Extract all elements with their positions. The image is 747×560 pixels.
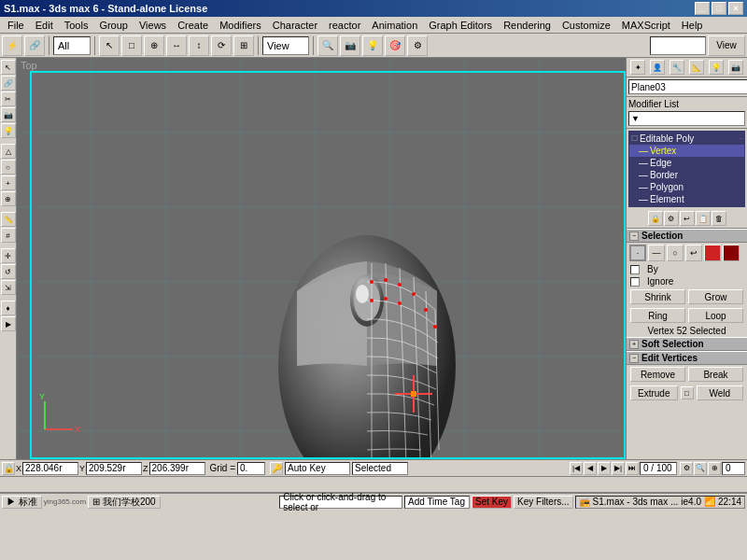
rp-icon-3[interactable]: 🔧	[669, 60, 684, 75]
timeline-ruler[interactable]: 0 10 20 30 40 50 60 70 80 90 100	[0, 476, 747, 493]
cb-by[interactable]	[630, 265, 640, 274]
remove-btn[interactable]: Remove	[630, 367, 685, 382]
toolbar-btn-6[interactable]: ⟳	[211, 35, 232, 56]
z-coord-field[interactable]: 206.399r	[149, 462, 205, 475]
menu-tools[interactable]: Tools	[59, 18, 94, 33]
menu-file[interactable]: File	[2, 18, 30, 33]
minimize-button[interactable]: _	[695, 2, 710, 15]
play-btn[interactable]: ▶	[598, 462, 611, 475]
menu-edit[interactable]: Edit	[30, 18, 59, 33]
menu-modifiers[interactable]: Modifiers	[214, 18, 267, 33]
title-bar-buttons[interactable]: _ □ ×	[695, 2, 743, 15]
menu-character[interactable]: Character	[267, 18, 323, 33]
rp-icon-1[interactable]: ✦	[630, 60, 645, 75]
menu-help[interactable]: Help	[676, 18, 709, 33]
menu-create[interactable]: Create	[172, 18, 214, 33]
start-button[interactable]: ▶ 标准	[2, 496, 42, 509]
weld-btn[interactable]: Weld	[697, 385, 744, 400]
toolbar-btn-8[interactable]: 🔍	[317, 35, 338, 56]
prev-frame-btn[interactable]: |◀	[570, 462, 583, 475]
menu-rendering[interactable]: Rendering	[498, 18, 557, 33]
toolbar-view-btn[interactable]: View	[708, 35, 745, 56]
break-btn[interactable]: Break	[688, 367, 743, 382]
shrink-btn[interactable]: Shrink	[630, 289, 685, 304]
toolbar-btn-7[interactable]: ⊞	[233, 35, 254, 56]
left-btn-unlink[interactable]: ✂	[1, 91, 16, 106]
rt-icon-lock[interactable]: 🔒	[648, 211, 663, 226]
modifier-list-dropdown[interactable]: ▼	[628, 111, 745, 126]
rt-icon-trash[interactable]: 🗑	[712, 211, 726, 226]
extrude-settings-btn[interactable]: □	[681, 386, 694, 399]
rp-icon-2[interactable]: 👤	[650, 60, 665, 75]
toolbar-icon-2[interactable]: 🔗	[24, 35, 45, 56]
left-btn-grid[interactable]: #	[1, 228, 16, 243]
left-btn-space[interactable]: ⊕	[1, 191, 16, 206]
menu-group[interactable]: Group	[93, 18, 134, 33]
play-back-btn[interactable]: ◀	[584, 462, 597, 475]
next-frame-btn[interactable]: ▶|	[612, 462, 625, 475]
left-btn-scale[interactable]: ⇲	[1, 280, 16, 295]
grow-btn[interactable]: Grow	[688, 289, 743, 304]
frame-number[interactable]: 0	[722, 462, 745, 475]
toolbar-btn-10[interactable]: 💡	[362, 35, 383, 56]
set-key-btn[interactable]: Set Key	[472, 496, 512, 509]
add-time-tag[interactable]: Add Time Tag	[404, 496, 470, 509]
modifier-polygon[interactable]: —Polygon	[629, 181, 744, 193]
cb-ignore[interactable]	[630, 277, 640, 287]
toolbar-btn-4[interactable]: ↔	[166, 35, 187, 56]
end-frame-btn[interactable]: ⏭	[626, 462, 639, 475]
select-arrow-btn[interactable]: ↖	[99, 35, 120, 56]
rt-icon-bolt[interactable]: ↩	[680, 211, 695, 226]
sel-icon-border[interactable]: ○	[667, 245, 684, 261]
left-btn-move[interactable]: ✛	[1, 248, 16, 263]
menu-animation[interactable]: Animation	[366, 18, 423, 33]
rt-icon-copy[interactable]: 📋	[696, 211, 711, 226]
selected-field[interactable]: Selected	[352, 462, 408, 475]
frame-counter[interactable]: 0 / 100	[640, 462, 677, 475]
left-btn-tape[interactable]: 📏	[1, 212, 16, 227]
loop-btn[interactable]: Loop	[688, 308, 743, 323]
left-btn-shape[interactable]: ○	[1, 160, 16, 175]
left-btn-material[interactable]: ♦	[1, 301, 16, 315]
menu-customize[interactable]: Customize	[557, 18, 616, 33]
menu-graph-editors[interactable]: Graph Editors	[423, 18, 498, 33]
menu-views[interactable]: Views	[134, 18, 172, 33]
sel-icon-edge[interactable]: —	[648, 245, 665, 261]
rp-icon-4[interactable]: 📐	[689, 60, 704, 75]
modifier-vertex[interactable]: —Vertex	[629, 145, 744, 157]
modifier-border[interactable]: —Border	[629, 169, 744, 181]
sel-icon-red1[interactable]	[704, 245, 721, 261]
menu-reactor[interactable]: reactor	[323, 18, 366, 33]
left-btn-helpers[interactable]: +	[1, 175, 16, 190]
rp-icon-6[interactable]: 📷	[728, 60, 743, 75]
left-btn-link[interactable]: 🔗	[1, 76, 16, 91]
left-btn-select[interactable]: ↖	[1, 60, 16, 75]
toolbar-btn-9[interactable]: 📷	[340, 35, 360, 56]
timeline-icon-1[interactable]: ⚙	[680, 462, 693, 475]
modifier-edge[interactable]: —Edge	[629, 157, 744, 169]
toolbar-btn-3[interactable]: ⊕	[144, 35, 164, 56]
extrude-btn[interactable]: Extrude	[630, 385, 678, 400]
select-filter-dropdown[interactable]: All	[53, 36, 91, 55]
left-btn-render[interactable]: ▶	[1, 316, 16, 331]
x-coord-field[interactable]: 228.046r	[22, 462, 78, 475]
view-dropdown[interactable]: View	[262, 36, 309, 55]
toolbar-btn-11[interactable]: 🎯	[385, 35, 405, 56]
key-filters-btn[interactable]: Key Filters...	[514, 496, 573, 509]
coord-lock-icon[interactable]: 🔒	[2, 462, 15, 475]
named-sel-dropdown[interactable]	[650, 36, 706, 55]
left-btn-rotate[interactable]: ↺	[1, 264, 16, 279]
ring-btn[interactable]: Ring	[630, 308, 685, 323]
modifier-element[interactable]: —Element	[629, 193, 744, 205]
selection-collapse-btn[interactable]: −	[629, 231, 639, 241]
left-btn-geo[interactable]: △	[1, 144, 16, 159]
maximize-button[interactable]: □	[712, 2, 726, 15]
toolbar-icon-1[interactable]: ⚡	[2, 35, 22, 56]
sel-icon-poly[interactable]: ↩	[685, 245, 702, 261]
sel-icon-vertex[interactable]: ·	[629, 245, 646, 261]
select-region-btn[interactable]: □	[121, 35, 142, 56]
toolbar-btn-5[interactable]: ↕	[189, 35, 209, 56]
soft-selection-expand-btn[interactable]: +	[629, 340, 639, 349]
sel-icon-red2[interactable]	[723, 245, 740, 261]
edit-vertices-collapse-btn[interactable]: −	[629, 354, 639, 363]
